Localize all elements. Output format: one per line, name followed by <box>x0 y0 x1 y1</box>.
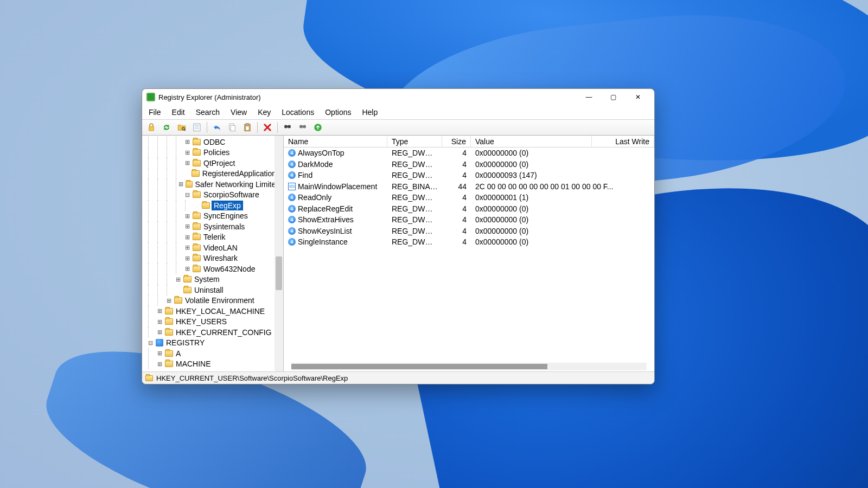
maximize-button[interactable]: ▢ <box>601 89 626 105</box>
value-row[interactable]: 4ShowKeysInListREG_DWORD40x00000000 (0) <box>284 226 654 237</box>
tree-node[interactable]: ⊞SyncEngines <box>142 211 283 222</box>
minimize-button[interactable]: ― <box>577 89 601 105</box>
menu-help[interactable]: Help <box>356 106 383 118</box>
expand-icon[interactable]: ⊞ <box>184 159 191 166</box>
tree-indent <box>142 147 184 158</box>
tree-node[interactable]: ⊞A <box>142 348 283 359</box>
column-value[interactable]: Value <box>471 136 592 147</box>
menu-key[interactable]: Key <box>252 106 276 118</box>
tree-node[interactable]: RegExp <box>142 200 283 211</box>
expand-icon[interactable]: ⊞ <box>156 307 163 314</box>
tree-node[interactable]: ⊞HKEY_CURRENT_CONFIG <box>142 327 283 338</box>
expand-icon[interactable]: ⊞ <box>177 181 183 188</box>
expand-icon[interactable]: ⊞ <box>156 318 163 325</box>
tree-node[interactable]: ⊞HKEY_USERS <box>142 317 283 328</box>
list-h-scrollbar[interactable] <box>291 363 647 370</box>
expand-icon[interactable]: ⊞ <box>156 329 163 336</box>
find-button[interactable] <box>280 121 295 134</box>
menu-options[interactable]: Options <box>320 106 356 118</box>
menu-locations[interactable]: Locations <box>276 106 320 118</box>
value-row[interactable]: 4SingleInstanceREG_DWORD40x00000000 (0) <box>284 236 654 248</box>
tree-node[interactable]: ⊟REGISTRY <box>142 338 283 349</box>
close-button[interactable]: ✕ <box>626 89 650 105</box>
tree-node[interactable]: ⊞Volatile Environment <box>142 296 283 306</box>
registry-tree[interactable]: ⊞ODBC⊞Policies⊞QtProjectRegisteredApplic… <box>142 136 283 371</box>
tree-node[interactable]: ⊞Wow6432Node <box>142 264 283 274</box>
column-name[interactable]: Name <box>284 136 387 147</box>
value-row[interactable]: 4DarkModeREG_DWORD40x00000000 (0) <box>284 159 654 170</box>
expand-icon[interactable]: ⊞ <box>184 255 191 262</box>
tree-node[interactable]: ⊞MACHINE <box>142 359 283 370</box>
expand-icon[interactable]: ⊞ <box>165 297 173 304</box>
expand-icon[interactable]: ⊞ <box>175 276 182 283</box>
export-button[interactable] <box>311 121 325 134</box>
expand-icon[interactable]: ⊞ <box>184 234 191 241</box>
tree-node[interactable]: ⊞System <box>142 274 283 285</box>
value-row[interactable]: 4ReadOnlyREG_DWORD40x00000001 (1) <box>284 192 654 203</box>
copy-button[interactable] <box>225 121 239 134</box>
tree-node-label: Telerik <box>202 233 226 241</box>
expand-icon[interactable]: ⊞ <box>184 149 191 156</box>
undo-button[interactable] <box>210 121 224 134</box>
tree-node[interactable]: ⊞Telerik <box>142 232 283 243</box>
tree-node[interactable]: ⊞VideoLAN <box>142 242 283 253</box>
column-type[interactable]: Type <box>387 136 442 147</box>
tree-indent <box>142 264 184 274</box>
tree-node[interactable]: ⊞Policies <box>142 147 283 158</box>
tree-node[interactable]: ⊞Sysinternals <box>142 221 283 232</box>
expand-icon[interactable]: ⊞ <box>156 361 163 368</box>
expand-icon[interactable]: ⊞ <box>184 265 191 272</box>
values-list[interactable]: 4AlwaysOnTopREG_DWORD40x00000000 (0)4Dar… <box>284 147 654 371</box>
value-row[interactable]: 101MainWindowPlacementREG_BINARY442C 00 … <box>284 181 654 192</box>
column-size[interactable]: Size <box>442 136 471 147</box>
tree-node[interactable]: Uninstall <box>142 285 283 296</box>
delete-icon <box>263 123 272 132</box>
tree-node[interactable]: ⊞Safer Networking Limited <box>142 179 283 190</box>
menu-file[interactable]: File <box>143 106 167 118</box>
value-row[interactable]: 4ReplaceRegEditREG_DWORD40x00000000 (0) <box>284 203 654 215</box>
value-row[interactable]: 4FindREG_DWORD40x00000093 (147) <box>284 170 654 181</box>
value-name-cell: 101MainWindowPlacement <box>284 182 387 191</box>
tree-node-label: HKEY_LOCAL_MACHINE <box>175 307 266 316</box>
refresh-button[interactable] <box>159 121 174 134</box>
delete-button[interactable] <box>260 121 275 134</box>
tree-node[interactable]: ⊟ScorpioSoftware <box>142 190 283 201</box>
tree-node[interactable]: ⊞QtProject <box>142 158 283 169</box>
expand-icon[interactable]: ⊞ <box>184 213 191 220</box>
tree-scroll-thumb[interactable] <box>276 256 282 290</box>
collapse-icon[interactable]: ⊟ <box>184 191 191 198</box>
value-type: REG_DWORD <box>387 204 442 213</box>
folder-search-button[interactable] <box>175 121 189 134</box>
tree-node[interactable]: ⊞Wireshark <box>142 253 283 264</box>
folder-icon <box>193 160 201 166</box>
tree-node[interactable]: ⊞HKEY_LOCAL_MACHINE <box>142 306 283 317</box>
value-name-cell: 4ReadOnly <box>284 193 387 202</box>
value-size: 44 <box>442 182 471 191</box>
value-row[interactable]: 4ShowExtraHivesREG_DWORD40x00000000 (0) <box>284 214 654 226</box>
menu-search[interactable]: Search <box>190 106 225 118</box>
titlebar[interactable]: Registry Explorer (Administrator) ― ▢ ✕ <box>142 89 654 105</box>
tree-node[interactable]: RegisteredApplications <box>142 169 283 179</box>
collapse-icon[interactable]: ⊟ <box>147 339 154 346</box>
value-name: DarkMode <box>298 160 333 169</box>
expand-icon[interactable]: ⊞ <box>156 350 163 357</box>
column-lastwrite[interactable]: Last Write <box>592 136 654 147</box>
tree-node-label: RegisteredApplications <box>201 169 281 178</box>
paste-button[interactable] <box>240 121 254 134</box>
value-data: 0x00000000 (0) <box>471 160 654 169</box>
lock-button[interactable] <box>144 121 158 134</box>
list-h-scroll-thumb[interactable] <box>291 364 547 369</box>
tree-indent <box>142 359 156 370</box>
find-next-button[interactable] <box>296 121 310 134</box>
tree-node[interactable]: ⊞ODBC <box>142 137 283 147</box>
expand-icon[interactable]: ⊞ <box>184 138 191 145</box>
menu-view[interactable]: View <box>225 106 252 118</box>
tree-scrollbar[interactable] <box>275 136 283 371</box>
properties-button[interactable] <box>190 121 204 134</box>
menu-edit[interactable]: Edit <box>167 106 190 118</box>
folder-icon <box>186 181 193 188</box>
expand-icon[interactable]: ⊞ <box>184 244 191 251</box>
value-data: 0x00000093 (147) <box>471 171 654 179</box>
value-row[interactable]: 4AlwaysOnTopREG_DWORD40x00000000 (0) <box>284 147 654 159</box>
expand-icon[interactable]: ⊞ <box>184 223 191 230</box>
